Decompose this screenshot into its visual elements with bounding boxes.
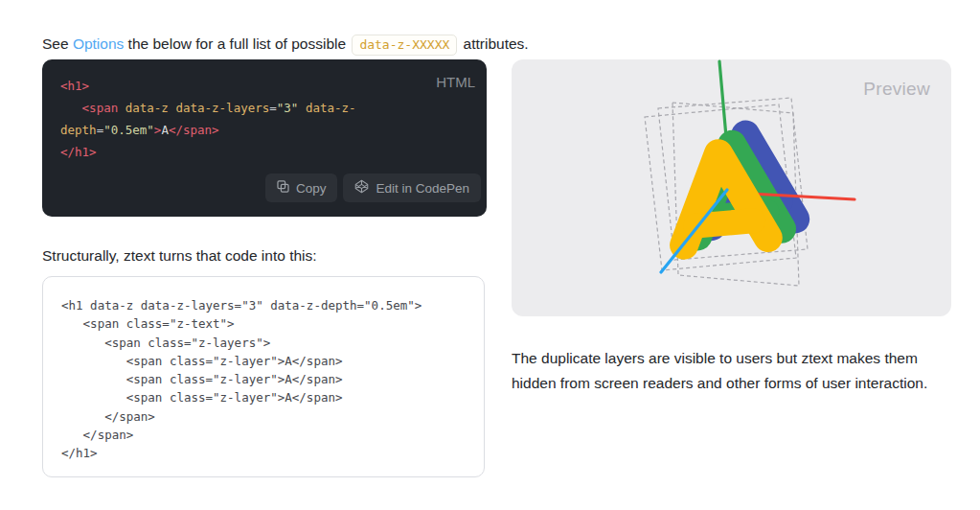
structure-code-block: <h1 data-z data-z-layers="3" data-z-dept… bbox=[42, 276, 485, 477]
intro-middle: the below for a full list of possible bbox=[124, 35, 350, 52]
intro-suffix: attributes. bbox=[459, 35, 528, 52]
copy-button[interactable]: Copy bbox=[265, 174, 338, 202]
code-content: <h1> <span data-z data-z-layers="3" data… bbox=[60, 75, 473, 163]
code-actions: Copy Edit in CodePen bbox=[265, 174, 481, 202]
intro-text: See Options the below for a full list of… bbox=[42, 33, 529, 57]
copy-button-label: Copy bbox=[296, 181, 327, 196]
options-link[interactable]: Options bbox=[73, 35, 124, 52]
codepen-icon bbox=[354, 179, 369, 197]
inline-code: data-z-XXXXX bbox=[352, 35, 457, 56]
intro-prefix: See bbox=[42, 35, 73, 52]
preview-caption: The duplicate layers are visible to user… bbox=[512, 346, 954, 396]
copy-icon bbox=[277, 180, 289, 196]
structural-lead: Structurally, ztext turns that code into… bbox=[42, 245, 317, 267]
preview-panel: Preview bbox=[512, 59, 951, 316]
html-code-block: HTML <h1> <span data-z data-z-layers="3"… bbox=[42, 59, 487, 217]
ztext-3d-preview[interactable] bbox=[512, 59, 951, 316]
edit-in-codepen-button[interactable]: Edit in CodePen bbox=[343, 174, 481, 202]
edit-in-codepen-label: Edit in CodePen bbox=[376, 181, 469, 196]
structure-code-content: <h1 data-z data-z-layers="3" data-z-dept… bbox=[61, 296, 422, 463]
